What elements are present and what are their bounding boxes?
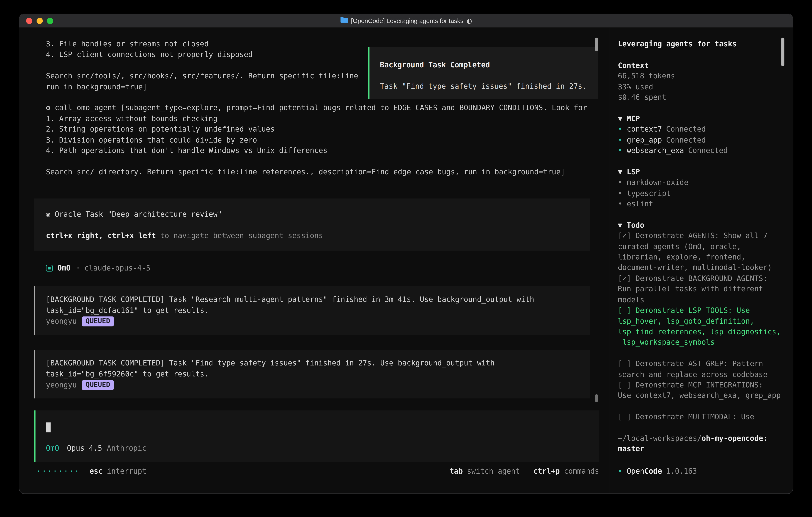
spacer	[618, 401, 785, 411]
spinner-dots: ········	[36, 466, 80, 476]
terminal-line	[46, 156, 610, 166]
message-block: [BACKGROUND TASK COMPLETED] Task "Resear…	[34, 287, 590, 335]
bullet-icon: •	[618, 124, 627, 135]
input-model: Opus 4.5	[67, 443, 102, 454]
todo-section-heading[interactable]: ▼ Todo	[618, 220, 785, 230]
mcp-item: •context7Connected	[618, 124, 785, 135]
moon-icon: ◐	[467, 17, 472, 24]
main-terminal-pane: 3. File handles or streams not closed 4.…	[19, 28, 610, 493]
bullet-icon: •	[618, 145, 627, 156]
sidebar: Leveraging agents for tasks Context 66,5…	[610, 28, 793, 493]
mcp-name: websearch_exa	[627, 145, 684, 156]
input-meta: OmO Opus 4.5 Anthropic	[46, 443, 146, 454]
spacer	[618, 209, 785, 220]
terminal-line: 4. Path operations that don't handle Win…	[46, 145, 610, 156]
mcp-item: •grep_appConnected	[618, 135, 785, 145]
main-scrollbar-thumb[interactable]	[595, 394, 598, 402]
screen: [OpenCode] Leveraging agents for tasks ◐…	[0, 0, 812, 517]
window-title: [OpenCode] Leveraging agents for tasks	[351, 17, 464, 24]
minimize-button[interactable]	[36, 18, 43, 24]
context-used: 33% used	[618, 81, 785, 92]
terminal-line: ⚙ call_omo_agent [subagent_type=explore,…	[46, 103, 610, 113]
oracle-task-title: ◉ Oracle Task "Deep architecture review"	[46, 209, 590, 219]
message-line: [BACKGROUND TASK COMPLETED] Task "Resear…	[46, 294, 590, 305]
status-right: tab switch agent ctrl+p commands	[450, 466, 599, 476]
hint-text: to navigate between subagent sessions	[156, 231, 323, 240]
todo-item-active: [ ] Demonstrate LSP TOOLS: Use lsp_hover…	[618, 305, 785, 348]
input-provider: Anthropic	[107, 443, 146, 454]
bullet-icon: •	[618, 466, 627, 476]
terminal-window: [OpenCode] Leveraging agents for tasks ◐…	[19, 14, 793, 494]
session-title: Leveraging agents for tasks	[618, 38, 785, 49]
todo-item: [✓] Demonstrate BACKGROUND AGENTS: Run p…	[618, 273, 785, 305]
queued-badge: QUEUED	[82, 380, 114, 390]
agent-row[interactable]: OmO · claude-opus-4-5	[46, 263, 610, 273]
workspace-path: ~/local-workspaces/oh-my-opencode:	[618, 433, 785, 443]
mcp-section-heading[interactable]: ▼ MCP	[618, 113, 785, 124]
separator-dot: ·	[76, 263, 80, 273]
main-scrollbar-thumb[interactable]	[595, 37, 598, 51]
message-line: task_id="bg_dcfac161" to get results.	[46, 305, 590, 316]
text-cursor	[46, 423, 51, 433]
sidebar-scrollbar-thumb[interactable]	[781, 37, 784, 66]
traffic-lights	[26, 14, 53, 27]
interrupt-label: interrupt	[107, 466, 146, 476]
toast-body: Task "Find type safety issues" finished …	[380, 81, 598, 91]
status-left: ········ esc interrupt	[36, 466, 146, 476]
lsp-name: markdown-oxide	[627, 177, 688, 188]
spacer	[618, 49, 785, 60]
bullet-icon: •	[618, 135, 627, 145]
todo-item: [✓] Demonstrate AGENTS: Show all 7 curat…	[618, 230, 785, 273]
lsp-name: eslint	[627, 198, 653, 209]
zoom-button[interactable]	[47, 18, 53, 24]
content-area: 3. File handles or streams not closed 4.…	[19, 28, 793, 493]
message-line: task_id="bg_6f59260c" to get results.	[46, 369, 590, 379]
context-spent: $0.46 spent	[618, 92, 785, 103]
opencode-version: •OpenCode1.0.163	[618, 466, 697, 476]
navigation-hint: ctrl+x right, ctrl+x left to navigate be…	[46, 230, 590, 241]
workspace-path-name: oh-my-opencode:	[701, 434, 767, 442]
bullet-icon: •	[618, 188, 627, 198]
close-button[interactable]	[26, 18, 32, 24]
ctrlp-key-hint: ctrl+p	[533, 466, 560, 476]
queued-badge: QUEUED	[82, 317, 114, 326]
message-meta: yeongyu QUEUED	[46, 316, 590, 327]
mcp-item: •websearch_exaConnected	[618, 145, 785, 156]
workspace-path-prefix: ~/local-workspaces/	[618, 434, 701, 442]
commands-label: commands	[564, 466, 599, 476]
switch-agent-label: switch agent	[467, 466, 520, 476]
todo-item: [ ] Demonstrate MCP INTEGRATIONS: Use co…	[618, 380, 785, 401]
spacer	[618, 156, 785, 166]
bullet-icon: •	[618, 198, 627, 209]
spacer	[618, 103, 785, 113]
tab-key-hint: tab	[450, 466, 463, 476]
opencode-name: Open	[627, 466, 644, 476]
titlebar[interactable]: [OpenCode] Leveraging agents for tasks ◐	[19, 14, 793, 28]
agent-model: claude-opus-4-5	[84, 263, 150, 273]
spacer	[618, 422, 785, 433]
input-agent-name: OmO	[46, 443, 59, 454]
mcp-status: Connected	[688, 145, 728, 156]
window-title-group: [OpenCode] Leveraging agents for tasks ◐	[340, 17, 472, 25]
message-block: [BACKGROUND TASK COMPLETED] Task "Find t…	[34, 350, 590, 399]
oracle-task-panel: ◉ Oracle Task "Deep architecture review"…	[34, 198, 590, 251]
context-tokens: 66,518 tokens	[618, 71, 785, 81]
message-author: yeongyu	[46, 380, 77, 390]
lsp-section-heading[interactable]: ▼ LSP	[618, 166, 785, 177]
mcp-name: context7	[627, 124, 662, 135]
mcp-status: Connected	[666, 135, 706, 145]
toast-title: Background Task Completed	[380, 60, 598, 70]
lsp-item: •typescript	[618, 188, 785, 198]
terminal-line: 3. Division operations that could divide…	[46, 135, 610, 145]
mcp-name: grep_app	[627, 135, 662, 145]
background-task-toast[interactable]: Background Task Completed Task "Find typ…	[368, 47, 598, 99]
todo-item: [ ] Demonstrate MULTIMODAL: Use	[618, 412, 785, 422]
agent-name: OmO	[57, 263, 70, 273]
hint-keys: ctrl+x right, ctrl+x left	[46, 231, 156, 240]
status-bar: ········ esc interrupt tab switch agent …	[36, 466, 599, 476]
lsp-item: •markdown-oxide	[618, 177, 785, 188]
terminal-line: 2. String operations on potentially unde…	[46, 124, 610, 134]
context-heading: Context	[618, 60, 785, 71]
prompt-input[interactable]: OmO Opus 4.5 Anthropic	[34, 411, 599, 462]
agent-checkbox-icon	[46, 265, 53, 272]
